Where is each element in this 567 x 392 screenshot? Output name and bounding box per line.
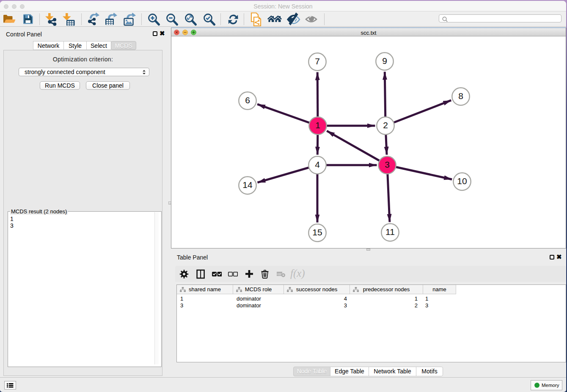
svg-text:4: 4 (315, 160, 320, 169)
svg-text:11: 11 (385, 227, 395, 237)
svg-text:14: 14 (242, 180, 253, 190)
svg-text:15: 15 (312, 227, 322, 237)
svg-text:3: 3 (385, 160, 390, 169)
svg-text:2: 2 (383, 120, 388, 130)
svg-text:10: 10 (457, 176, 467, 186)
svg-text:7: 7 (315, 56, 320, 66)
svg-text:1: 1 (315, 120, 320, 130)
svg-text:8: 8 (458, 91, 463, 101)
svg-text:6: 6 (245, 95, 250, 105)
svg-text:9: 9 (382, 56, 387, 66)
